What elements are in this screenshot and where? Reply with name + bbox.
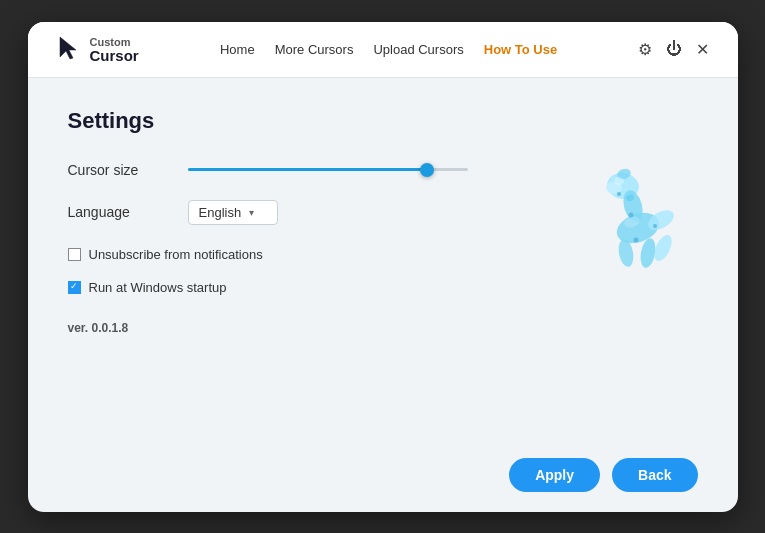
logo-text: Custom Cursor — [90, 36, 139, 63]
slider-track — [188, 168, 468, 171]
nav-links: Home More Cursors Upload Cursors How To … — [220, 42, 557, 57]
nav-how-to-use[interactable]: How To Use — [484, 42, 557, 57]
cursor-size-label: Cursor size — [68, 162, 188, 178]
unsubscribe-row: Unsubscribe from notifications — [68, 247, 698, 262]
logo-icon — [56, 35, 84, 63]
cursor-size-row: Cursor size — [68, 162, 698, 178]
svg-point-8 — [605, 181, 622, 194]
page-title: Settings — [68, 108, 698, 134]
gear-icon[interactable]: ⚙ — [638, 40, 652, 59]
slider-fill — [188, 168, 426, 171]
version-text: ver. 0.0.1.8 — [68, 321, 698, 335]
startup-label: Run at Windows startup — [89, 280, 227, 295]
svg-marker-0 — [60, 37, 76, 59]
language-label: Language — [68, 204, 188, 220]
nav-home[interactable]: Home — [220, 42, 255, 57]
header: Custom Cursor Home More Cursors Upload C… — [28, 22, 738, 78]
chevron-down-icon: ▾ — [249, 207, 254, 218]
apply-button[interactable]: Apply — [509, 458, 600, 492]
nav-upload-cursors[interactable]: Upload Cursors — [373, 42, 463, 57]
unsubscribe-checkbox[interactable] — [68, 248, 81, 261]
app-window: Custom Cursor Home More Cursors Upload C… — [28, 22, 738, 512]
language-row: Language English ▾ — [68, 200, 698, 225]
power-icon[interactable]: ⏻ — [666, 40, 682, 58]
startup-row: Run at Windows startup — [68, 280, 698, 295]
back-button[interactable]: Back — [612, 458, 697, 492]
svg-point-14 — [633, 237, 638, 242]
close-icon[interactable]: ✕ — [696, 40, 709, 59]
nav-more-cursors[interactable]: More Cursors — [275, 42, 354, 57]
unsubscribe-label: Unsubscribe from notifications — [89, 247, 263, 262]
svg-point-15 — [617, 192, 621, 196]
language-dropdown[interactable]: English ▾ — [188, 200, 278, 225]
startup-checkbox[interactable] — [68, 281, 81, 294]
slider-thumb[interactable] — [420, 163, 434, 177]
footer: Apply Back — [28, 448, 738, 512]
cursor-size-slider[interactable] — [188, 168, 468, 171]
logo[interactable]: Custom Cursor — [56, 35, 139, 63]
main-content: Settings Cursor size Language English ▾ … — [28, 78, 738, 448]
language-value: English — [199, 205, 242, 220]
header-icons: ⚙ ⏻ ✕ — [638, 40, 709, 59]
